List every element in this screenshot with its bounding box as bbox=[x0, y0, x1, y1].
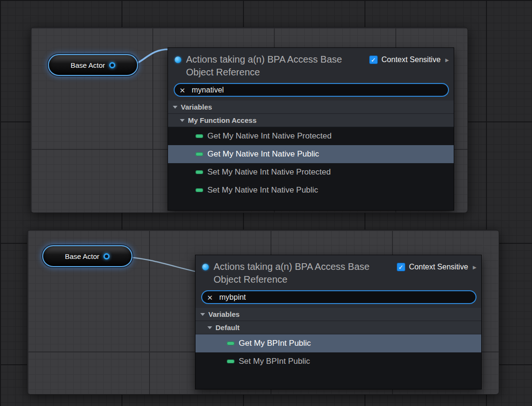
subcategory-label: Default bbox=[215, 323, 240, 332]
variable-pill-icon bbox=[196, 170, 203, 174]
context-sensitive-label: Context Sensitive bbox=[409, 263, 468, 271]
base-actor-node[interactable]: Base Actor bbox=[48, 54, 138, 76]
category-variables[interactable]: Variables bbox=[196, 308, 481, 321]
collapse-triangle-icon[interactable] bbox=[173, 106, 177, 109]
chevron-right-icon[interactable]: ▶ bbox=[473, 265, 476, 270]
blueprint-action-menu: Actions taking a(n) BPA Access Base Obje… bbox=[195, 255, 482, 389]
variable-pill-icon bbox=[227, 341, 234, 345]
subcategory-label: My Function Access bbox=[188, 116, 256, 124]
category-variables[interactable]: Variables bbox=[168, 101, 454, 114]
check-icon: ✓ bbox=[371, 57, 376, 63]
clear-search-icon[interactable]: ✕ bbox=[207, 294, 213, 301]
action-item-label: Get My Native Int Native Public bbox=[207, 149, 319, 159]
blueprint-action-menu: Actions taking a(n) BPA Access Base Obje… bbox=[168, 47, 454, 211]
menu-header: Actions taking a(n) BPA Access Base Obje… bbox=[168, 48, 454, 101]
variable-pill-icon bbox=[227, 360, 234, 363]
object-output-pin-icon[interactable] bbox=[109, 62, 115, 68]
category-my-function-access[interactable]: My Function Access bbox=[168, 114, 454, 127]
menu-title: Actions taking a(n) BPA Access Base Obje… bbox=[186, 53, 350, 79]
action-item-selected[interactable]: Get My Native Int Native Public bbox=[168, 145, 454, 163]
action-item[interactable]: Set My Native Int Native Protected bbox=[168, 163, 454, 181]
node-title: Base Actor bbox=[71, 61, 105, 69]
action-item-label: Set My Native Int Native Protected bbox=[207, 167, 331, 177]
action-item[interactable]: Set My Native Int Native Public bbox=[168, 181, 454, 199]
base-actor-node[interactable]: Base Actor bbox=[42, 245, 132, 267]
context-sensitive-control[interactable]: ✓ Context Sensitive ▶ bbox=[369, 55, 449, 64]
context-sensitive-control[interactable]: ✓ Context Sensitive ▶ bbox=[397, 263, 476, 271]
menu-title: Actions taking a(n) BPA Access Base Obje… bbox=[214, 260, 377, 286]
search-box[interactable]: ✕ bbox=[201, 290, 476, 304]
action-search-input[interactable] bbox=[201, 290, 476, 304]
blueprint-graph-panel-top[interactable]: Base Actor Actions taking a(n) BPA Acces… bbox=[30, 27, 468, 213]
search-box[interactable]: ✕ bbox=[174, 83, 449, 97]
action-list: Variables My Function Access Get My Nati… bbox=[168, 101, 454, 210]
chevron-right-icon[interactable]: ▶ bbox=[445, 57, 449, 63]
action-item[interactable]: Set My BPInt Public bbox=[196, 352, 481, 370]
node-title: Base Actor bbox=[65, 252, 100, 260]
action-item-selected[interactable]: Get My BPInt Public bbox=[196, 334, 481, 352]
variable-pill-icon bbox=[196, 152, 203, 156]
category-label: Variables bbox=[181, 103, 212, 111]
menu-header: Actions taking a(n) BPA Access Base Obje… bbox=[196, 255, 481, 308]
action-item-label: Get My Native Int Native Protected bbox=[207, 131, 332, 141]
action-search-input[interactable] bbox=[174, 83, 449, 97]
clear-search-icon[interactable]: ✕ bbox=[179, 86, 186, 93]
variable-pill-icon bbox=[196, 188, 203, 192]
object-reference-pin-icon bbox=[175, 56, 181, 63]
category-label: Variables bbox=[208, 310, 240, 318]
object-output-pin-icon[interactable] bbox=[103, 253, 110, 259]
object-reference-pin-icon bbox=[202, 264, 209, 270]
check-icon: ✓ bbox=[398, 264, 403, 270]
action-item-label: Set My BPInt Public bbox=[239, 357, 310, 366]
action-item[interactable]: Get My Native Int Native Protected bbox=[168, 127, 454, 145]
collapse-triangle-icon[interactable] bbox=[207, 326, 212, 329]
blueprint-graph-panel-bottom[interactable]: Base Actor Actions taking a(n) BPA Acces… bbox=[27, 230, 499, 395]
action-item-label: Set My Native Int Native Public bbox=[207, 185, 318, 195]
variable-pill-icon bbox=[196, 134, 203, 138]
collapse-triangle-icon[interactable] bbox=[200, 313, 205, 316]
context-sensitive-label: Context Sensitive bbox=[382, 55, 441, 64]
context-sensitive-checkbox[interactable]: ✓ bbox=[397, 263, 405, 271]
action-item-label: Get My BPInt Public bbox=[239, 339, 311, 348]
action-list: Variables Default Get My BPInt Public Se… bbox=[196, 308, 481, 389]
category-default[interactable]: Default bbox=[196, 321, 481, 334]
wire-path[interactable] bbox=[121, 257, 199, 272]
collapse-triangle-icon[interactable] bbox=[180, 119, 185, 122]
blueprint-desktop: { "colors": { "accent_blue": "#2f87d8", … bbox=[0, 0, 532, 406]
context-sensitive-checkbox[interactable]: ✓ bbox=[369, 55, 378, 64]
